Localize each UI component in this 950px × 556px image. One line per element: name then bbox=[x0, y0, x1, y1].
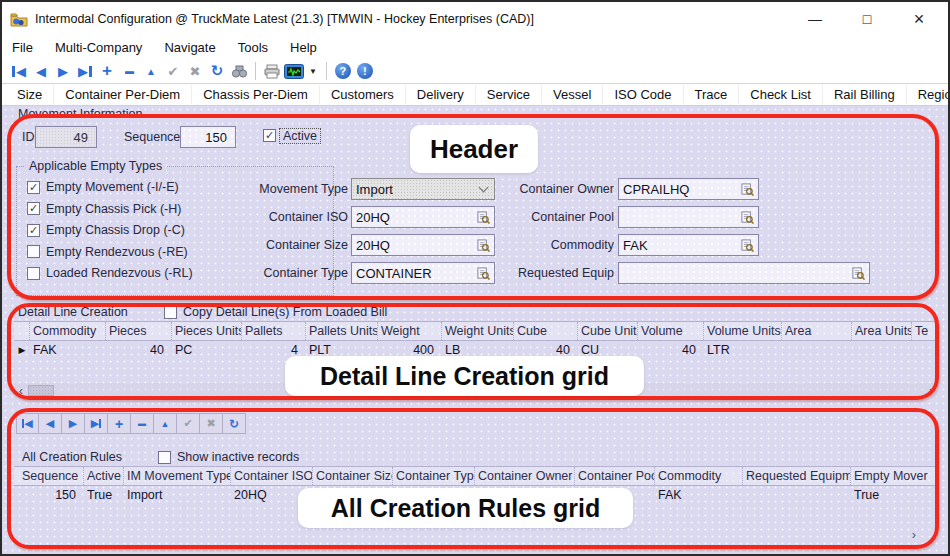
refresh-icon[interactable]: ↻ bbox=[223, 413, 246, 434]
close-button[interactable]: × bbox=[910, 9, 928, 30]
menu-file[interactable]: File bbox=[12, 40, 33, 55]
menu-multi-company[interactable]: Multi-Company bbox=[55, 40, 142, 55]
menu-tools[interactable]: Tools bbox=[238, 40, 268, 55]
tab-region[interactable]: Region bbox=[907, 85, 950, 104]
find-icon[interactable] bbox=[228, 61, 250, 81]
col-cube-units[interactable]: Cube Units bbox=[578, 322, 638, 340]
copy-detail-lines-checkbox[interactable] bbox=[164, 306, 177, 319]
loaded-rendezvous-checkbox[interactable] bbox=[27, 267, 40, 280]
commodity-field[interactable]: FAK bbox=[618, 234, 759, 256]
terminal-icon[interactable] bbox=[283, 61, 305, 81]
last-record-icon[interactable]: ▶ bbox=[85, 413, 108, 434]
requested-equip-field[interactable] bbox=[618, 262, 870, 284]
col-active[interactable]: Active bbox=[84, 467, 124, 485]
menu-help[interactable]: Help bbox=[290, 40, 317, 55]
edit-record-icon[interactable]: ▲ bbox=[154, 413, 177, 434]
col-commodity[interactable]: Commodity bbox=[655, 467, 743, 485]
col-commodity[interactable]: Commodity bbox=[30, 322, 106, 340]
first-record-icon[interactable]: ◀ bbox=[8, 61, 30, 81]
lookup-icon[interactable] bbox=[741, 239, 754, 252]
col-container-iso[interactable]: Container ISO bbox=[231, 467, 313, 485]
post-edit-icon[interactable]: ✔ bbox=[177, 413, 200, 434]
lookup-icon[interactable] bbox=[741, 211, 754, 224]
col-pieces-units[interactable]: Pieces Units bbox=[172, 322, 242, 340]
empty-chassis-drop-checkbox[interactable]: ✓ bbox=[27, 224, 40, 237]
col-sequence[interactable]: Sequence bbox=[14, 467, 84, 485]
about-icon[interactable]: ! bbox=[357, 63, 373, 79]
maximize-button[interactable]: □ bbox=[858, 11, 876, 27]
tab-vessel[interactable]: Vessel bbox=[542, 85, 603, 104]
cancel-edit-icon[interactable]: ✖ bbox=[200, 413, 223, 434]
prev-record-icon[interactable]: ◀ bbox=[30, 61, 52, 81]
active-checkbox-label[interactable]: Active bbox=[279, 128, 321, 144]
tab-container-per-diem[interactable]: Container Per-Diem bbox=[54, 85, 192, 104]
col-weight-units[interactable]: Weight Units bbox=[442, 322, 514, 340]
delete-record-icon[interactable]: ▬ bbox=[118, 61, 140, 81]
scroll-left-icon[interactable]: ‹ bbox=[14, 384, 28, 397]
container-type-label: Container Type bbox=[232, 266, 348, 280]
minimize-button[interactable]: — bbox=[806, 11, 824, 27]
tab-trace[interactable]: Trace bbox=[684, 85, 740, 104]
print-icon[interactable] bbox=[261, 61, 283, 81]
rules-grid-annotation-label: All Creation Rules grid bbox=[298, 488, 633, 528]
tab-rail-billing[interactable]: Rail Billing bbox=[823, 85, 907, 104]
cell-commodity: FAK bbox=[655, 487, 743, 503]
rules-grid-header-row: Sequence Active IM Movement Type Contain… bbox=[14, 466, 938, 486]
lookup-icon[interactable] bbox=[741, 183, 754, 196]
tab-size[interactable]: Size bbox=[6, 85, 54, 104]
scroll-right-icon[interactable]: › bbox=[907, 528, 921, 541]
col-area-units[interactable]: Area Units bbox=[852, 322, 912, 340]
col-container-pool[interactable]: Container Pool bbox=[575, 467, 655, 485]
col-container-size[interactable]: Container Size bbox=[313, 467, 393, 485]
tab-chassis-per-diem[interactable]: Chassis Per-Diem bbox=[192, 85, 320, 104]
scrollbar-thumb[interactable] bbox=[28, 385, 54, 396]
col-container-owner[interactable]: Container Owner bbox=[475, 467, 575, 485]
last-record-icon[interactable]: ▶ bbox=[74, 61, 96, 81]
prev-record-icon[interactable]: ◀ bbox=[39, 413, 62, 434]
detail-line-creation-grid: Commodity Pieces Pieces Units Pallets Pa… bbox=[14, 321, 938, 358]
show-inactive-checkbox[interactable] bbox=[158, 451, 171, 464]
scroll-right-icon[interactable]: › bbox=[924, 384, 938, 397]
lookup-icon[interactable] bbox=[852, 267, 865, 280]
col-weight[interactable]: Weight bbox=[378, 322, 442, 340]
active-checkbox[interactable]: ✓ bbox=[263, 129, 276, 142]
insert-record-icon[interactable]: + bbox=[96, 61, 118, 81]
empty-rendezvous-label: Empty Rendezvous (-RE) bbox=[46, 245, 188, 259]
sequence-field[interactable]: 150 bbox=[180, 126, 236, 148]
tab-service[interactable]: Service bbox=[476, 85, 542, 104]
insert-record-icon[interactable]: + bbox=[108, 413, 131, 434]
tab-iso-code[interactable]: ISO Code bbox=[603, 85, 683, 104]
first-record-icon[interactable]: ◀ bbox=[16, 413, 39, 434]
col-im-movement-type[interactable]: IM Movement Type bbox=[124, 467, 231, 485]
col-container-type[interactable]: Container Type bbox=[393, 467, 475, 485]
col-truncated[interactable]: Te bbox=[912, 322, 938, 340]
col-volume[interactable]: Volume bbox=[638, 322, 704, 340]
col-empty-movement[interactable]: Empty Mover bbox=[851, 467, 938, 485]
refresh-icon[interactable]: ↻ bbox=[206, 61, 228, 81]
help-icon[interactable]: ? bbox=[335, 63, 351, 79]
tab-delivery[interactable]: Delivery bbox=[406, 85, 476, 104]
container-pool-field[interactable] bbox=[618, 206, 759, 228]
menu-navigate[interactable]: Navigate bbox=[164, 40, 215, 55]
col-requested-equipment[interactable]: Requested Equipment bbox=[743, 467, 851, 485]
next-record-icon[interactable]: ▶ bbox=[52, 61, 74, 81]
empty-rendezvous-checkbox[interactable] bbox=[27, 245, 40, 258]
col-pallets-units[interactable]: Pallets Units bbox=[306, 322, 378, 340]
delete-record-icon[interactable]: ▬ bbox=[131, 413, 154, 434]
edit-record-icon[interactable]: ▲ bbox=[140, 61, 162, 81]
app-logo-icon bbox=[10, 12, 28, 27]
container-owner-field[interactable]: CPRAILHQ bbox=[618, 178, 759, 200]
tab-check-list[interactable]: Check List bbox=[739, 85, 823, 104]
post-edit-icon[interactable]: ✔ bbox=[162, 61, 184, 81]
empty-movement-checkbox[interactable]: ✓ bbox=[27, 181, 40, 194]
empty-chassis-pick-checkbox[interactable]: ✓ bbox=[27, 202, 40, 215]
tab-customers[interactable]: Customers bbox=[320, 85, 406, 104]
col-cube[interactable]: Cube bbox=[514, 322, 578, 340]
col-pieces[interactable]: Pieces bbox=[106, 322, 172, 340]
next-record-icon[interactable]: ▶ bbox=[62, 413, 85, 434]
cancel-edit-icon[interactable]: ✖ bbox=[184, 61, 206, 81]
col-volume-units[interactable]: Volume Units bbox=[704, 322, 782, 340]
col-pallets[interactable]: Pallets bbox=[242, 322, 306, 340]
terminal-dropdown-icon[interactable]: ▼ bbox=[309, 67, 317, 76]
col-area[interactable]: Area bbox=[782, 322, 852, 340]
